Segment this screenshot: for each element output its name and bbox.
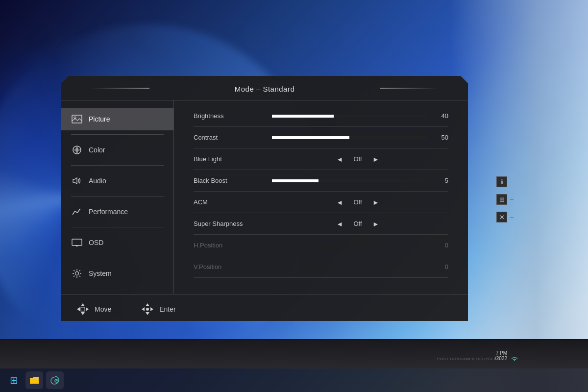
osd-body: Picture Color	[61, 100, 468, 294]
move-button[interactable]: Move	[76, 302, 111, 316]
acm-selector[interactable]: ◄ Off ►	[267, 198, 448, 206]
enter-button[interactable]: Enter	[141, 302, 175, 316]
sidebar-item-audio[interactable]: Audio	[61, 170, 173, 192]
osd-title: Mode – Standard	[61, 76, 468, 100]
svg-point-16	[146, 308, 149, 311]
super-sharpness-label: Super Sharpness	[194, 220, 267, 227]
sidebar-sep-5	[71, 258, 164, 258]
h-position-label: H.Position	[194, 242, 267, 249]
svg-rect-3	[72, 239, 82, 245]
blue-light-arrow-right[interactable]: ►	[372, 155, 379, 163]
performance-icon	[71, 206, 83, 218]
sidebar-item-performance[interactable]: Performance	[61, 200, 173, 223]
sidebar-item-picture-label: Picture	[89, 115, 110, 123]
h-position-control: 0	[267, 242, 448, 249]
svg-marker-15	[150, 307, 153, 311]
move-dpad-icon	[76, 302, 90, 316]
acm-arrow-right[interactable]: ►	[372, 198, 379, 206]
black-boost-slider-track[interactable]	[272, 179, 426, 182]
sidebar-sep-3	[71, 196, 164, 196]
color-icon	[71, 144, 83, 156]
monitor-brand-text: POST CONSUMER RECYCLED	[437, 357, 500, 361]
contrast-slider-track[interactable]	[272, 136, 426, 139]
osd-panel: Mode – Standard Picture	[61, 76, 468, 321]
v-position-value: 0	[436, 263, 448, 270]
picture-icon	[71, 113, 83, 125]
folder-icon	[29, 376, 40, 385]
system-clock: 7 PM /2022	[495, 350, 507, 361]
black-boost-row: Black Boost 5	[194, 170, 448, 192]
blue-light-control[interactable]: ◄ Off ►	[267, 155, 448, 163]
svg-marker-8	[81, 312, 85, 315]
sidebar-item-audio-label: Audio	[89, 177, 106, 185]
brightness-control[interactable]: 40	[267, 112, 448, 120]
super-sharpness-row: Super Sharpness ◄ Off ►	[194, 213, 448, 235]
contrast-control[interactable]: 50	[267, 134, 448, 141]
osd-title-text: Mode – Standard	[235, 85, 295, 93]
clock-date: /2022	[495, 356, 507, 361]
sidebar-sep-1	[71, 134, 164, 135]
h-position-slider-track	[272, 244, 426, 247]
close-icon[interactable]: ✕	[496, 212, 507, 222]
side-btn-close-dash: –	[510, 214, 514, 220]
edge-icon	[50, 375, 60, 385]
blue-light-label: Blue Light	[194, 155, 267, 163]
wifi-indicator	[510, 355, 519, 363]
osd-icon	[71, 237, 83, 248]
sidebar-item-osd-label: OSD	[89, 239, 103, 246]
taskbar-file-explorer[interactable]	[25, 371, 43, 389]
v-position-row: V.Position 0	[194, 256, 448, 278]
brightness-slider-fill	[272, 115, 334, 118]
blue-light-arrow-left[interactable]: ◄	[336, 155, 343, 163]
osd-bottom-bar: Move Enter	[61, 294, 468, 323]
contrast-label: Contrast	[194, 134, 267, 141]
svg-point-6	[75, 272, 79, 275]
taskbar-start-button[interactable]: ⊞	[5, 371, 23, 389]
svg-marker-13	[146, 312, 149, 315]
brightness-slider-track[interactable]	[272, 115, 426, 118]
acm-arrow-left[interactable]: ◄	[336, 198, 343, 206]
contrast-slider-fill	[272, 136, 349, 139]
svg-rect-11	[81, 307, 85, 311]
blue-light-value: Off	[350, 155, 365, 163]
blue-light-selector[interactable]: ◄ Off ►	[267, 155, 448, 163]
sidebar-sep-2	[71, 165, 164, 166]
side-btn-close[interactable]: ✕ –	[496, 212, 514, 222]
super-sharpness-arrow-right[interactable]: ►	[372, 220, 379, 228]
sidebar-item-performance-label: Performance	[89, 208, 128, 216]
super-sharpness-value: Off	[350, 220, 365, 227]
enter-dpad-icon	[141, 302, 154, 316]
super-sharpness-arrow-left[interactable]: ◄	[336, 220, 343, 228]
sidebar-sep-4	[71, 227, 164, 227]
h-position-row: H.Position 0	[194, 235, 448, 256]
side-btn-info[interactable]: ℹ –	[496, 176, 514, 187]
blue-light-row: Blue Light ◄ Off ►	[194, 148, 448, 170]
sidebar-item-osd[interactable]: OSD	[61, 231, 173, 254]
v-position-control: 0	[267, 263, 448, 270]
sidebar-item-system-label: System	[89, 270, 112, 277]
menu-icon[interactable]: ⊞	[496, 194, 507, 205]
acm-row: ACM ◄ Off ►	[194, 192, 448, 213]
black-boost-control[interactable]: 5	[267, 177, 448, 184]
taskbar: ⊞	[0, 368, 588, 392]
side-btn-info-dash: –	[510, 178, 514, 185]
side-btn-menu-dash: –	[510, 196, 514, 203]
taskbar-edge[interactable]	[46, 371, 64, 389]
sidebar-item-picture[interactable]: Picture	[61, 108, 173, 130]
super-sharpness-selector[interactable]: ◄ Off ►	[267, 220, 448, 228]
sidebar-item-system[interactable]: System	[61, 262, 173, 285]
svg-marker-12	[146, 303, 149, 306]
side-btn-menu[interactable]: ⊞ –	[496, 194, 514, 205]
sidebar-item-color[interactable]: Color	[61, 139, 173, 161]
audio-icon	[71, 175, 83, 187]
sidebar-item-color-label: Color	[89, 146, 105, 154]
brightness-row: Brightness 40	[194, 105, 448, 127]
super-sharpness-control[interactable]: ◄ Off ►	[267, 220, 448, 228]
svg-marker-9	[77, 307, 80, 311]
move-label: Move	[95, 305, 111, 313]
brightness-label: Brightness	[194, 112, 267, 120]
v-position-slider-track	[272, 266, 426, 269]
acm-control[interactable]: ◄ Off ►	[267, 198, 448, 206]
v-position-label: V.Position	[194, 263, 267, 270]
info-icon[interactable]: ℹ	[496, 176, 507, 187]
